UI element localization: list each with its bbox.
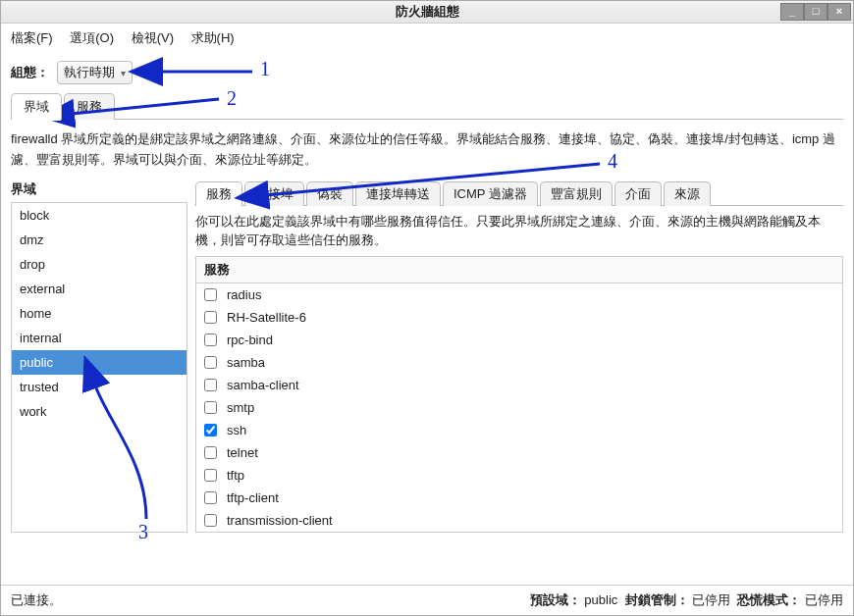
detail-column: 服務連接埠偽裝連接埠轉送ICMP 過濾器豐富規則介面來源 你可以在此處定義該界域…	[195, 180, 843, 533]
service-row-rpc-bind: rpc-bind	[196, 329, 842, 351]
status-connected: 已連接。	[11, 591, 62, 609]
panic-value: 已停用	[805, 592, 843, 607]
titlebar: 防火牆組態 _ □ ×	[1, 1, 853, 24]
service-row-tftp: tftp	[196, 464, 842, 487]
zone-description: firewalld 界域所定義的是綁定該界域之網路連線、介面、來源位址的信任等級…	[11, 124, 843, 180]
zone-item-internal[interactable]: internal	[12, 326, 187, 350]
service-label: samba	[227, 355, 265, 370]
service-list: radiusRH-Satellite-6rpc-bindsambasamba-c…	[196, 283, 842, 532]
service-label: tftp-client	[227, 490, 279, 505]
service-checkbox-telnet[interactable]	[204, 446, 217, 459]
service-row-ssh: ssh	[196, 419, 842, 441]
service-label: transmission-client	[227, 513, 333, 528]
service-row-smtp: smtp	[196, 396, 842, 419]
inner-tabbar: 服務連接埠偽裝連接埠轉送ICMP 過濾器豐富規則介面來源	[195, 180, 843, 206]
service-row-samba: samba	[196, 351, 842, 374]
default-zone-label: 預設域：	[530, 592, 581, 607]
default-zone-value: public	[584, 592, 617, 607]
service-checkbox-samba[interactable]	[204, 356, 217, 369]
window-title: 防火牆組態	[396, 3, 459, 21]
service-label: tftp	[227, 468, 244, 483]
menubar: 檔案(F) 選項(O) 檢視(V) 求助(H)	[1, 24, 853, 53]
zone-column: 界域 blockdmzdropexternalhomeinternalpubli…	[11, 180, 187, 533]
service-row-telnet: telnet	[196, 441, 842, 464]
inner-tab-1[interactable]: 連接埠	[244, 181, 304, 206]
zone-item-trusted[interactable]: trusted	[12, 375, 187, 399]
chevron-down-icon: ▾	[121, 68, 126, 78]
config-selected: 執行時期	[64, 64, 115, 81]
statusbar: 已連接。 預設域： public 封鎖管制： 已停用 恐慌模式： 已停用	[1, 585, 853, 615]
inner-tab-5[interactable]: 豐富規則	[540, 181, 613, 206]
minimize-button[interactable]: _	[780, 3, 804, 21]
service-description: 你可以在此處定義該界域中有哪些服務值得信任。只要此界域所綁定之連線、介面、來源的…	[195, 206, 843, 256]
config-row: 組態： 執行時期 ▾	[1, 53, 853, 92]
outer-tabs: 界域 服務 firewalld 界域所定義的是綁定該界域之網路連線、介面、來源位…	[11, 92, 843, 540]
service-label: ssh	[227, 423, 246, 437]
outer-tabbar: 界域 服務	[11, 92, 843, 120]
inner-tab-7[interactable]: 來源	[664, 181, 711, 206]
inner-tab-0[interactable]: 服務	[195, 181, 242, 206]
service-label: RH-Satellite-6	[227, 310, 306, 325]
inner-tab-3[interactable]: 連接埠轉送	[355, 181, 441, 206]
tab-zone-label: 界域	[24, 99, 49, 114]
tab-service[interactable]: 服務	[64, 93, 115, 120]
zone-list-header: 界域	[11, 180, 187, 198]
service-checkbox-smtp[interactable]	[204, 401, 217, 414]
zone-item-block[interactable]: block	[12, 203, 187, 228]
zone-item-work[interactable]: work	[12, 399, 187, 424]
zone-list[interactable]: blockdmzdropexternalhomeinternalpublictr…	[11, 202, 187, 533]
service-checkbox-samba-client[interactable]	[204, 379, 217, 391]
service-label: samba-client	[227, 378, 299, 392]
lockdown-value: 已停用	[692, 592, 730, 607]
service-row-radius: radius	[196, 283, 842, 306]
service-checkbox-rpc-bind[interactable]	[204, 334, 217, 346]
service-row-samba-client: samba-client	[196, 374, 842, 396]
zone-item-dmz[interactable]: dmz	[12, 228, 187, 252]
menu-view[interactable]: 檢視(V)	[132, 30, 174, 45]
service-label: telnet	[227, 445, 258, 460]
service-checkbox-ssh[interactable]	[204, 424, 217, 436]
close-button[interactable]: ×	[827, 3, 851, 21]
service-checkbox-radius[interactable]	[204, 288, 217, 301]
zone-item-public[interactable]: public	[12, 350, 187, 375]
service-checkbox-tftp-client[interactable]	[204, 491, 217, 504]
inner-tab-4[interactable]: ICMP 過濾器	[443, 181, 538, 206]
service-column-header: 服務	[196, 257, 842, 283]
menu-options[interactable]: 選項(O)	[70, 30, 114, 45]
tab-zone[interactable]: 界域	[11, 93, 62, 120]
service-row-RH-Satellite-6: RH-Satellite-6	[196, 306, 842, 329]
inner-tab-2[interactable]: 偽裝	[306, 181, 353, 206]
service-checkbox-RH-Satellite-6[interactable]	[204, 311, 217, 324]
columns: 界域 blockdmzdropexternalhomeinternalpubli…	[11, 180, 843, 533]
service-table: 服務 radiusRH-Satellite-6rpc-bindsambasamb…	[195, 256, 843, 533]
service-label: smtp	[227, 400, 254, 415]
zone-item-home[interactable]: home	[12, 301, 187, 326]
outer-tab-body: firewalld 界域所定義的是綁定該界域之網路連線、介面、來源位址的信任等級…	[11, 120, 843, 540]
tab-service-label: 服務	[77, 99, 102, 114]
service-row-transmission-client: transmission-client	[196, 509, 842, 532]
service-checkbox-tftp[interactable]	[204, 469, 217, 482]
window-controls: _ □ ×	[780, 3, 851, 21]
service-label: radius	[227, 287, 261, 302]
inner-tab-6[interactable]: 介面	[614, 181, 662, 206]
config-label: 組態：	[11, 64, 49, 81]
maximize-button[interactable]: □	[804, 3, 827, 21]
panic-label: 恐慌模式：	[737, 592, 801, 607]
config-combo[interactable]: 執行時期 ▾	[57, 61, 133, 84]
menu-file[interactable]: 檔案(F)	[11, 30, 53, 45]
lockdown-label: 封鎖管制：	[625, 592, 689, 607]
service-row-tftp-client: tftp-client	[196, 487, 842, 509]
service-checkbox-transmission-client[interactable]	[204, 514, 217, 527]
status-right: 預設域： public 封鎖管制： 已停用 恐慌模式： 已停用	[530, 591, 843, 609]
menu-help[interactable]: 求助(H)	[191, 30, 235, 45]
window: 防火牆組態 _ □ × 檔案(F) 選項(O) 檢視(V) 求助(H) 組態： …	[0, 0, 854, 616]
zone-item-external[interactable]: external	[12, 277, 187, 301]
service-label: rpc-bind	[227, 333, 273, 347]
zone-item-drop[interactable]: drop	[12, 252, 187, 277]
